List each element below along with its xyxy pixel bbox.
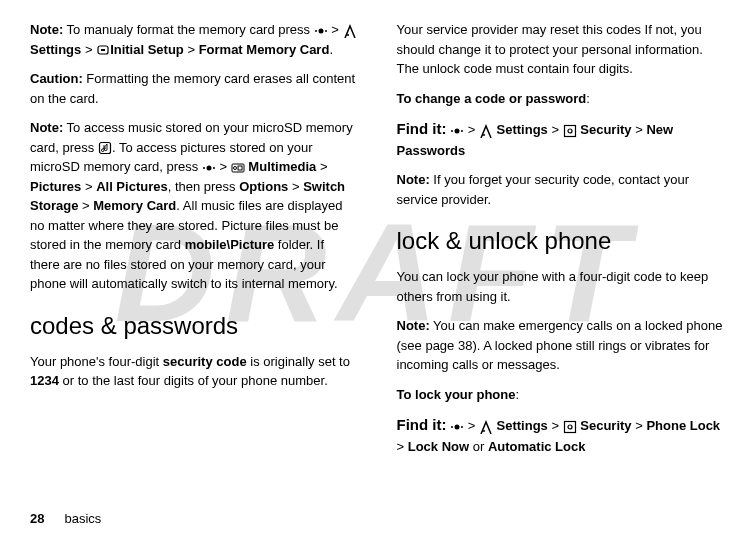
automatic-lock-label: Automatic Lock	[488, 439, 586, 454]
gt: >	[78, 198, 93, 213]
caution-erase: Caution: Formatting the memory card eras…	[30, 69, 357, 108]
gt: >	[548, 418, 563, 433]
svg-point-10	[233, 166, 236, 169]
text: To manualy format the memory card press	[63, 22, 313, 37]
page-number: 28	[30, 511, 44, 526]
gt: >	[464, 418, 479, 433]
heading-codes-passwords: codes & passwords	[30, 308, 357, 344]
page-content: Note: To manualy format the memory card …	[30, 20, 723, 466]
gt: >	[632, 418, 647, 433]
note-label: Note:	[30, 22, 63, 37]
gt: >	[81, 42, 96, 57]
gt: >	[328, 22, 343, 37]
phone-lock-label: Phone Lock	[646, 418, 720, 433]
gt: >	[548, 122, 563, 137]
text: Your phone's four-digit	[30, 354, 163, 369]
find-it-label: Find it:	[397, 416, 447, 433]
svg-point-1	[315, 30, 317, 32]
security-icon	[563, 124, 577, 138]
all-pictures-label: All Pictures	[96, 179, 168, 194]
security-icon	[563, 420, 577, 434]
period: .	[329, 42, 333, 57]
note-label: Note:	[30, 120, 63, 135]
text: or to the last four digits of your phone…	[59, 373, 328, 388]
center-key-icon	[450, 124, 464, 138]
caution-label: Caution:	[30, 71, 83, 86]
svg-point-17	[455, 424, 460, 429]
svg-point-8	[213, 167, 215, 169]
svg-point-2	[325, 30, 327, 32]
settings-icon	[343, 24, 357, 38]
pictures-label: Pictures	[30, 179, 81, 194]
memory-card-label: Memory Card	[93, 198, 176, 213]
colon: :	[515, 387, 519, 402]
multimedia-label: Multimedia	[245, 159, 317, 174]
find-it-label: Find it:	[397, 120, 447, 137]
text: is originally set to	[247, 354, 350, 369]
heading-lock-unlock: lock & unlock phone	[397, 223, 724, 259]
text: You can make emergency calls on a locked…	[397, 318, 723, 372]
note-forget-code: Note: If you forget your security code, …	[397, 170, 724, 209]
svg-point-0	[318, 28, 323, 33]
security-code-para: Your phone's four-digit security code is…	[30, 352, 357, 391]
settings-label: Settings	[493, 418, 548, 433]
music-key-icon	[98, 141, 112, 155]
svg-point-12	[455, 128, 460, 133]
note-format-card: Note: To manualy format the memory card …	[30, 20, 357, 59]
to-lock-phone-label: To lock your phone	[397, 387, 516, 402]
svg-point-18	[451, 426, 453, 428]
section-name: basics	[64, 511, 101, 526]
colon: :	[586, 91, 590, 106]
svg-rect-20	[564, 421, 575, 432]
find-it-phone-lock: Find it: > Settings > Security > Phone L…	[397, 414, 724, 456]
to-lock-phone-line: To lock your phone:	[397, 385, 724, 405]
initial-setup-label: Initial Setup	[110, 42, 184, 57]
multimedia-icon	[231, 161, 245, 175]
svg-rect-4	[101, 49, 105, 51]
center-key-icon	[314, 24, 328, 38]
lock-phone-intro: You can lock your phone with a four-digi…	[397, 267, 724, 306]
initial-setup-icon	[96, 43, 110, 57]
to-change-code-line: To change a code or password:	[397, 89, 724, 109]
or-text: or	[469, 439, 488, 454]
settings-label: Settings	[493, 122, 548, 137]
note-emergency: Note: You can make emergency calls on a …	[397, 316, 724, 375]
note-label: Note:	[397, 318, 430, 333]
gt: >	[464, 122, 479, 137]
settings-label: Settings	[30, 42, 81, 57]
note-access-music: Note: To access music stored on your mic…	[30, 118, 357, 294]
note-label: Note:	[397, 172, 430, 187]
left-column: Note: To manualy format the memory card …	[30, 20, 357, 466]
svg-rect-11	[238, 166, 242, 170]
page-footer: 28basics	[30, 509, 101, 529]
svg-point-19	[461, 426, 463, 428]
lock-now-label: Lock Now	[408, 439, 469, 454]
security-label: Security	[577, 122, 632, 137]
svg-point-13	[451, 130, 453, 132]
svg-rect-15	[564, 125, 575, 136]
gt: >	[184, 42, 199, 57]
mobile-picture-folder: mobile\Picture	[185, 237, 275, 252]
gt: >	[316, 159, 327, 174]
gt: >	[632, 122, 647, 137]
settings-icon	[479, 420, 493, 434]
svg-point-6	[206, 165, 211, 170]
gt: >	[81, 179, 96, 194]
gt: >	[216, 159, 231, 174]
find-it-new-passwords: Find it: > Settings > Security > New Pas…	[397, 118, 724, 160]
settings-icon	[479, 124, 493, 138]
to-change-code-label: To change a code or password	[397, 91, 587, 106]
svg-point-14	[461, 130, 463, 132]
text: , then press	[168, 179, 240, 194]
right-column: Your service provider may reset this cod…	[397, 20, 724, 466]
center-key-icon	[450, 420, 464, 434]
options-label: Options	[239, 179, 288, 194]
text: If you forget your security code, contac…	[397, 172, 690, 207]
format-memory-card-label: Format Memory Card	[199, 42, 330, 57]
gt: >	[397, 439, 408, 454]
code-1234: 1234	[30, 373, 59, 388]
provider-reset-para: Your service provider may reset this cod…	[397, 20, 724, 79]
svg-point-16	[568, 129, 572, 133]
svg-point-21	[568, 425, 572, 429]
gt: >	[288, 179, 303, 194]
